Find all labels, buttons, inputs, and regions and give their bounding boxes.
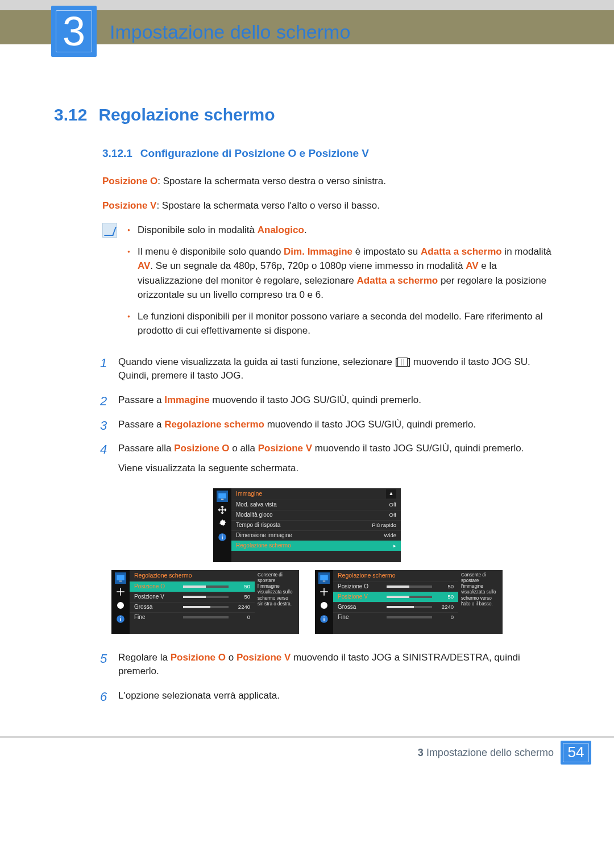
- chapter-number-badge: 3: [51, 6, 97, 57]
- osd-row-selected: Regolazione schermo ▸: [231, 541, 401, 551]
- chapter-number: 3: [63, 2, 85, 61]
- chapter-title: Impostazione dello schermo: [110, 18, 350, 46]
- move-icon: [115, 586, 126, 597]
- move-icon: [217, 504, 228, 516]
- svg-point-14: [321, 602, 327, 609]
- note-block: Disponibile solo in modalità Analogico. …: [102, 223, 560, 345]
- info-icon: [217, 531, 228, 543]
- page-number: 54: [561, 741, 591, 765]
- footer-label: 3 Impostazione dello schermo: [418, 745, 554, 760]
- page-footer: 3 Impostazione dello schermo 54: [0, 736, 614, 769]
- osd-screenshot-right: Regolazione schermo Posizione O50 Posizi…: [315, 570, 503, 634]
- definition-position-v: Posizione V: Spostare la schermata verso…: [102, 199, 560, 213]
- definition-position-o: Posizione O: Spostare la schermata verso…: [102, 175, 560, 189]
- osd-row-selected: Posizione O 50: [130, 582, 255, 592]
- svg-rect-16: [323, 616, 325, 617]
- svg-rect-17: [323, 618, 325, 621]
- svg-rect-13: [323, 580, 326, 582]
- note-icon: [102, 223, 117, 238]
- step-item: 6 L'opzione selezionata verrà applicata.: [102, 689, 560, 703]
- note-item: Disponibile solo in modalità Analogico.: [125, 223, 560, 238]
- menu-icon: [397, 358, 408, 367]
- steps-list-cont: 5 Regolare la Posizione O o Posizione V …: [102, 651, 560, 703]
- osd-row-selected: Posizione V 50: [333, 592, 458, 602]
- svg-point-8: [117, 602, 124, 609]
- step-item: 5 Regolare la Posizione O o Posizione V …: [102, 651, 560, 679]
- osd-header: Immagine ▲: [231, 488, 401, 500]
- section-title: 3.12Regolazione schermo: [54, 102, 560, 127]
- gear-icon: [217, 518, 228, 529]
- subsection-number: 3.12.1: [102, 147, 132, 159]
- osd-screenshot-top: Immagine ▲ Mod. salva vistaOff Modalità …: [54, 488, 560, 562]
- svg-rect-12: [320, 575, 328, 580]
- up-arrow-icon: ▲: [386, 489, 396, 499]
- osd-tooltip: Consente di spostare l'immagine visualiz…: [255, 570, 299, 634]
- step-item: 4 Passare alla Posizione O o alla Posizi…: [102, 442, 560, 475]
- svg-rect-6: [117, 575, 125, 580]
- info-icon: [318, 613, 330, 625]
- svg-rect-1: [221, 499, 224, 500]
- svg-rect-10: [120, 616, 121, 617]
- svg-rect-7: [119, 580, 122, 582]
- svg-rect-4: [222, 536, 223, 539]
- gear-icon: [318, 600, 330, 611]
- note-item: Il menu è disponibile solo quando Dim. I…: [125, 244, 560, 302]
- step-item: 1 Quando viene visualizzata la guida ai …: [102, 355, 560, 383]
- monitor-icon: [217, 491, 228, 502]
- osd-screenshot-left: Regolazione schermo Posizione O 50 Posiz…: [111, 570, 299, 634]
- steps-list: 1 Quando viene visualizzata la guida ai …: [102, 355, 560, 476]
- step-item: 2 Passare a Immagine muovendo il tasto J…: [102, 393, 560, 408]
- chevron-right-icon: ▸: [389, 542, 396, 550]
- svg-rect-0: [218, 493, 226, 498]
- gear-icon: [115, 600, 126, 611]
- osd-sidebar: [213, 488, 231, 562]
- osd-tooltip: Consente di spostare l'immagine visualiz…: [458, 570, 503, 634]
- subsection-title: 3.12.1Configurazione di Posizione O e Po…: [102, 146, 560, 161]
- info-icon: [115, 613, 126, 625]
- osd-screenshot-pair: Regolazione schermo Posizione O 50 Posiz…: [54, 570, 560, 634]
- move-icon: [318, 586, 330, 597]
- monitor-icon: [115, 572, 126, 584]
- section-number: 3.12: [54, 105, 87, 124]
- note-item: Le funzioni disponibili per il monitor p…: [125, 309, 560, 338]
- svg-rect-11: [120, 618, 121, 621]
- osd-panel: Immagine ▲ Mod. salva vistaOff Modalità …: [231, 488, 401, 562]
- step-item: 3 Passare a Regolazione schermo muovendo…: [102, 418, 560, 432]
- chapter-header: 3 Impostazione dello schermo: [0, 0, 614, 68]
- monitor-icon: [318, 572, 330, 584]
- note-list: Disponibile solo in modalità Analogico. …: [125, 223, 560, 345]
- svg-rect-5: [222, 534, 223, 535]
